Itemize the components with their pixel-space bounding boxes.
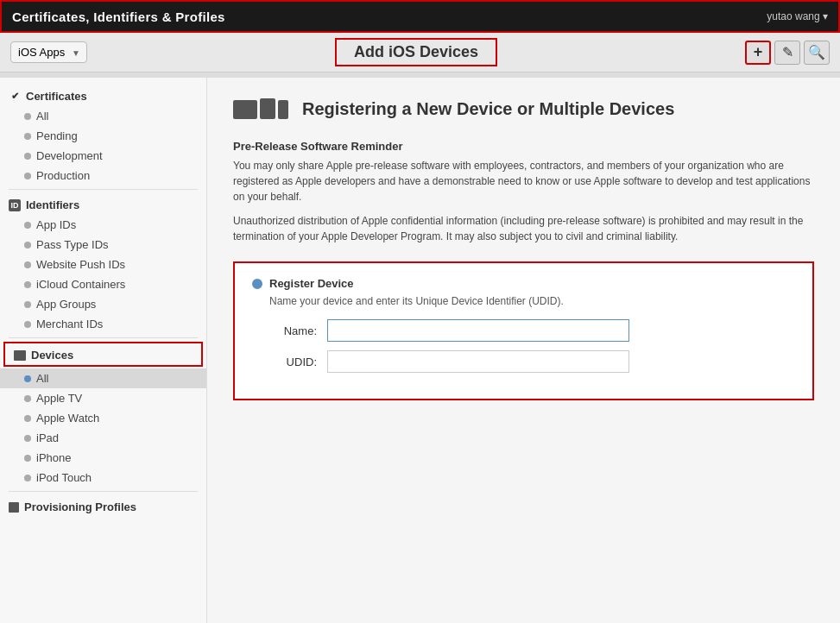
name-form-row: Name: [269,319,795,342]
header-user[interactable]: yutao wang ▾ [767,10,828,22]
sidebar-item-development[interactable]: Development [0,146,206,166]
name-input[interactable] [327,319,629,342]
tablet-icon [260,98,275,119]
sidebar-item-label: Merchant IDs [36,318,103,330]
divider [9,337,198,338]
dot-icon [24,435,31,442]
sidebar-item-label: App Groups [36,298,96,311]
sidebar-item-ipod-touch[interactable]: iPod Touch [0,468,206,488]
sidebar-item-label: Pending [36,129,78,142]
sidebar-section-identifiers[interactable]: ID Identifiers [0,193,206,215]
monitor-icon [233,100,257,119]
udid-form-row: UDID: [269,350,795,373]
register-device-radio[interactable] [252,279,262,289]
sidebar-section-certificates[interactable]: ✔ Certificates [0,85,206,106]
sidebar-item-production[interactable]: Production [0,166,206,186]
dot-icon [24,375,31,382]
dot-icon [24,475,31,481]
provisioning-label: Provisioning Profiles [24,500,136,513]
toolbar-right: + ✎ 🔍 [745,41,830,65]
divider [9,491,198,492]
sidebar-item-label: Pass Type IDs [36,238,109,251]
sidebar-item-app-groups[interactable]: App Groups [0,294,206,314]
sidebar-item-label: iCloud Containers [36,278,125,291]
edit-button[interactable]: ✎ [774,41,800,65]
dot-icon [24,455,31,462]
sidebar-item-ipad[interactable]: iPad [0,428,206,448]
add-button[interactable]: + [745,41,771,65]
pre-release-title: Pre-Release Software Reminder [233,140,814,153]
toolbar-center: Add iOS Devices [87,38,745,66]
toolbar: iOS Apps ▼ Add iOS Devices + ✎ 🔍 [0,33,840,72]
dot-icon [24,242,31,249]
register-device-desc: Name your device and enter its Unique De… [269,295,795,307]
sidebar-item-label: Apple TV [36,392,82,405]
header: Certificates, Identifiers & Profiles yut… [0,0,840,33]
provisioning-icon [9,502,19,513]
sidebar-section-provisioning[interactable]: Provisioning Profiles [0,495,206,517]
page-heading: Registering a New Device or Multiple Dev… [233,98,814,119]
dot-icon [24,415,31,422]
main-layout: ✔ Certificates All Pending Development P… [0,78,840,623]
dot-icon [24,301,31,308]
sidebar-item-apple-watch[interactable]: Apple Watch [0,408,206,428]
ios-apps-select[interactable]: iOS Apps [10,41,87,63]
sidebar-item-pending[interactable]: Pending [0,126,206,146]
udid-input[interactable] [327,350,629,373]
sidebar-item-label: iPad [36,431,59,444]
sidebar-item-icloud-containers[interactable]: iCloud Containers [0,274,206,294]
sidebar-section-devices[interactable]: Devices [3,342,203,367]
sidebar-item-app-ids[interactable]: App IDs [0,215,206,235]
id-icon: ID [9,199,21,211]
divider [9,189,198,190]
pre-release-text-1: You may only share Apple pre-release sof… [233,158,814,205]
dot-icon [24,395,31,402]
phone-icon [278,100,288,119]
sidebar-item-label: Website Push IDs [36,258,125,271]
dot-icon [24,281,31,288]
register-device-title: Register Device [269,277,354,290]
sidebar-item-all-certs[interactable]: All [0,106,206,126]
pre-release-text-2: Unauthorized distribution of Apple confi… [233,213,814,244]
devices-illustration-icon [233,98,288,119]
search-button[interactable]: 🔍 [804,41,830,65]
toolbar-left: iOS Apps ▼ [10,41,87,63]
dot-icon [24,133,31,140]
udid-label: UDID: [269,356,317,368]
edit-icon: ✎ [782,44,793,60]
sidebar: ✔ Certificates All Pending Development P… [0,78,207,623]
content-area: Registering a New Device or Multiple Dev… [207,78,840,623]
sidebar-item-merchant-ids[interactable]: Merchant IDs [0,314,206,334]
dot-icon [24,261,31,268]
sidebar-item-label: App IDs [36,218,76,231]
sidebar-item-label: Production [36,169,90,182]
name-label: Name: [269,324,317,337]
plus-icon: + [754,43,763,61]
header-title: Certificates, Identifiers & Profiles [12,9,225,24]
sidebar-item-label: iPod Touch [36,471,92,484]
dot-icon [24,321,31,328]
sidebar-item-apple-tv[interactable]: Apple TV [0,388,206,408]
certificates-label: Certificates [26,90,87,103]
search-icon: 🔍 [808,44,825,60]
checkmark-icon: ✔ [9,91,21,103]
sidebar-item-website-push-ids[interactable]: Website Push IDs [0,255,206,274]
sidebar-item-all-devices[interactable]: All [0,368,206,388]
devices-icon [14,350,26,361]
sidebar-item-pass-type-ids[interactable]: Pass Type IDs [0,235,206,255]
sidebar-item-label: Apple Watch [36,412,99,425]
pre-release-box: Pre-Release Software Reminder You may on… [233,140,814,244]
dot-icon [24,153,31,160]
register-device-box: Register Device Name your device and ent… [233,261,814,400]
content-inner: Registering a New Device or Multiple Dev… [207,78,840,421]
sidebar-item-iphone[interactable]: iPhone [0,448,206,468]
page-title: Add iOS Devices [335,38,497,66]
page-heading-title: Registering a New Device or Multiple Dev… [302,99,674,119]
sidebar-item-label: iPhone [36,451,71,464]
dot-icon [24,222,31,229]
ios-apps-dropdown[interactable]: iOS Apps ▼ [10,41,87,63]
sidebar-item-label: All [36,110,48,123]
dot-icon [24,113,31,120]
sidebar-item-label: Development [36,149,103,162]
dot-icon [24,173,31,179]
